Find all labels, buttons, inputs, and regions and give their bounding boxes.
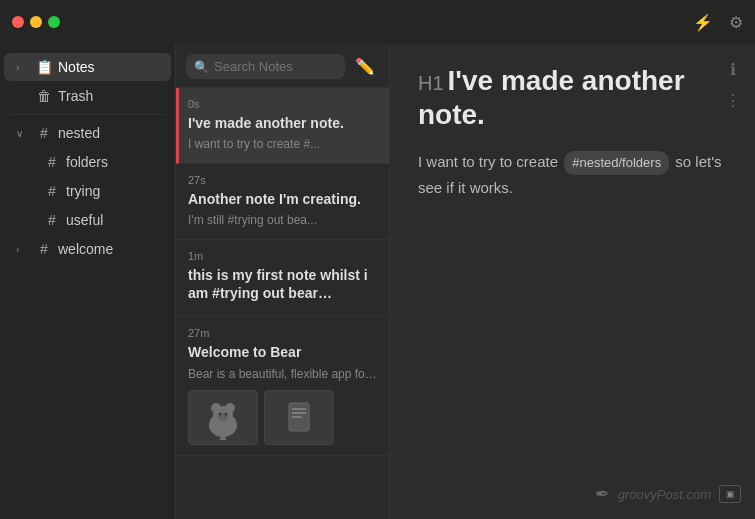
- note-preview: Bear is a beautiful, flexible app for cr…: [188, 366, 377, 383]
- sidebar-item-trying[interactable]: # trying: [4, 177, 171, 205]
- note-detail-body: I want to try to create #nested/folders …: [418, 149, 727, 201]
- bolt-icon[interactable]: ⚡: [693, 13, 713, 32]
- sidebar-item-useful[interactable]: # useful: [4, 206, 171, 234]
- sidebar-item-nested[interactable]: ∨ # nested: [4, 119, 171, 147]
- note-item[interactable]: 27m Welcome to Bear Bear is a beautiful,…: [176, 317, 389, 456]
- note-item[interactable]: 27s Another note I'm creating. I'm still…: [176, 164, 389, 240]
- note-title: this is my first note whilst i am #tryin…: [188, 266, 377, 302]
- hashtag-icon: #: [36, 241, 52, 257]
- note-thumbnail: [188, 390, 258, 445]
- svg-point-3: [225, 403, 235, 413]
- sidebar-item-trash[interactable]: 🗑 Trash: [4, 82, 171, 110]
- search-icon: 🔍: [194, 60, 209, 74]
- note-detail: ℹ ⋮ H1I've made another note. I want to …: [390, 44, 755, 519]
- watermark-text: groovyPost.com: [618, 487, 711, 502]
- body-prefix: I want to try to create: [418, 153, 562, 170]
- detail-toolbar: ℹ ⋮: [725, 60, 741, 110]
- ellipsis-icon[interactable]: ⋮: [725, 91, 741, 110]
- chevron-right-icon: ›: [16, 244, 30, 255]
- note-title: I've made another note.: [188, 114, 377, 132]
- sidebar: › 📋 Notes 🗑 Trash ∨ # nested # folders #…: [0, 44, 175, 519]
- sidebar-item-welcome[interactable]: › # welcome: [4, 235, 171, 263]
- hashtag-icon: #: [36, 125, 52, 141]
- traffic-lights: [12, 16, 60, 28]
- note-preview: I'm still #trying out bea...: [188, 212, 377, 229]
- note-thumbnail: [264, 390, 334, 445]
- note-item[interactable]: 1m this is my first note whilst i am #tr…: [176, 240, 389, 317]
- note-title: Welcome to Bear: [188, 343, 377, 361]
- svg-point-2: [211, 403, 221, 413]
- note-time: 27m: [188, 327, 377, 339]
- minimize-button[interactable]: [30, 16, 42, 28]
- footer-box: ▣: [719, 485, 741, 503]
- sidebar-item-label: useful: [66, 212, 161, 228]
- maximize-button[interactable]: [48, 16, 60, 28]
- compose-button[interactable]: ✏️: [351, 55, 379, 78]
- hashtag-icon: #: [44, 183, 60, 199]
- search-input-wrap[interactable]: 🔍: [186, 54, 345, 79]
- titlebar-icons: ⚡ ⚙: [693, 13, 743, 32]
- box-icon: ▣: [726, 489, 735, 499]
- heading-mark: H1: [418, 72, 444, 94]
- app-container: › 📋 Notes 🗑 Trash ∨ # nested # folders #…: [0, 0, 755, 519]
- svg-line-8: [223, 437, 228, 440]
- sidebar-item-label: folders: [66, 154, 161, 170]
- sidebar-item-label: Notes: [58, 59, 161, 75]
- notes-icon: 📋: [36, 59, 52, 75]
- chevron-right-icon: ›: [16, 62, 30, 73]
- note-list: 🔍 ✏️ 0s I've made another note. I want t…: [175, 44, 390, 519]
- pen-icon[interactable]: ✒: [595, 483, 610, 505]
- titlebar: ⚡ ⚙: [0, 0, 755, 44]
- sidebar-divider: [10, 114, 165, 115]
- info-icon[interactable]: ℹ: [730, 60, 736, 79]
- hashtag-icon: #: [44, 154, 60, 170]
- note-thumbnails: [188, 390, 377, 445]
- close-button[interactable]: [12, 16, 24, 28]
- note-title: Another note I'm creating.: [188, 190, 377, 208]
- note-detail-title: H1I've made another note.: [418, 64, 727, 131]
- svg-point-6: [225, 413, 228, 416]
- search-bar: 🔍 ✏️: [176, 44, 389, 88]
- sidebar-item-notes[interactable]: › 📋 Notes: [4, 53, 171, 81]
- detail-footer: ✒ groovyPost.com ▣: [595, 483, 741, 505]
- sliders-icon[interactable]: ⚙: [729, 13, 743, 32]
- sidebar-item-label: trying: [66, 183, 161, 199]
- note-item[interactable]: 0s I've made another note. I want to try…: [176, 88, 389, 164]
- hashtag-icon: #: [44, 212, 60, 228]
- sidebar-item-label: welcome: [58, 241, 161, 257]
- sidebar-item-label: nested: [58, 125, 161, 141]
- svg-point-5: [219, 413, 222, 416]
- note-time: 27s: [188, 174, 377, 186]
- note-time: 0s: [188, 98, 377, 110]
- note-time: 1m: [188, 250, 377, 262]
- trash-icon: 🗑: [36, 88, 52, 104]
- chevron-down-icon: ∨: [16, 128, 30, 139]
- tag-pill[interactable]: #nested/folders: [564, 151, 669, 175]
- search-input[interactable]: [214, 59, 337, 74]
- sidebar-item-label: Trash: [58, 88, 161, 104]
- note-preview: I want to try to create #...: [188, 136, 377, 153]
- sidebar-item-folders[interactable]: # folders: [4, 148, 171, 176]
